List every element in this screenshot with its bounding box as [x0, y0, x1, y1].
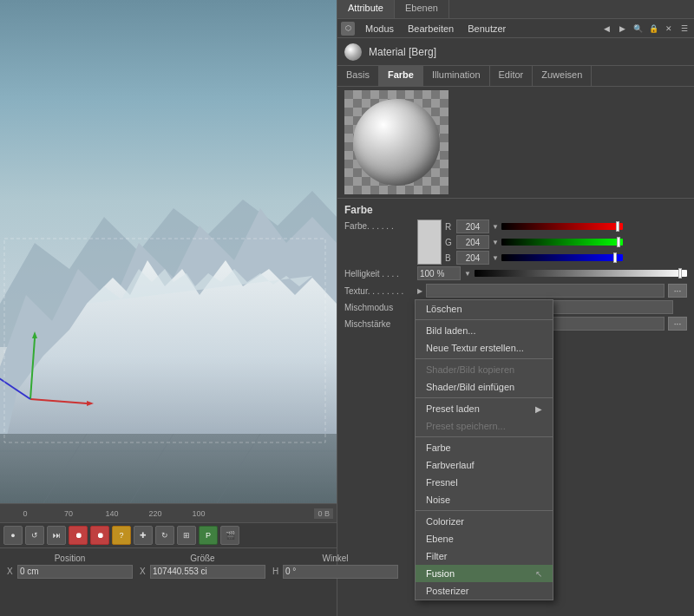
frame-counter: 0 B — [314, 508, 333, 519]
btn-help[interactable]: ? — [112, 526, 131, 545]
size-x-input[interactable] — [150, 565, 265, 579]
btn-film[interactable]: 🎬 — [220, 526, 239, 545]
g-arrow[interactable]: ▼ — [492, 239, 499, 246]
lock-icon[interactable]: 🔒 — [647, 23, 659, 35]
tab-attribute[interactable]: Attribute — [337, 0, 395, 18]
g-input[interactable] — [456, 235, 489, 249]
textur-field[interactable] — [426, 284, 665, 298]
farbe-label: Farbe. . . . . . — [344, 220, 414, 231]
winkel-h-input[interactable] — [283, 565, 398, 579]
channel-g-row: G ▼ — [445, 235, 623, 249]
ctx-sep-1 — [416, 319, 553, 320]
pos-x-label: X — [7, 567, 16, 576]
ctx-bild-laden[interactable]: Bild laden... — [416, 322, 553, 339]
position-field: X — [7, 565, 133, 579]
search-icon[interactable]: 🔍 — [632, 23, 644, 35]
helligkeit-label: Helligkeit . . . . — [344, 269, 414, 279]
sub-tab-zuweisen[interactable]: Zuweisen — [533, 66, 592, 86]
mischstarke-dots-btn[interactable]: ··· — [668, 317, 687, 331]
ctx-neue-textur[interactable]: Neue Textur erstellen... — [416, 339, 553, 357]
context-menu: Löschen Bild laden... Neue Textur erstel… — [415, 299, 553, 600]
helligkeit-input[interactable] — [417, 266, 461, 280]
ctx-colorizer[interactable]: Colorizer — [416, 513, 553, 530]
menu-bearbeiten[interactable]: Bearbeiten — [404, 22, 457, 36]
ctx-fusion[interactable]: Fusion ↖ — [416, 565, 553, 582]
btn-play[interactable]: P — [199, 526, 218, 545]
ctx-sep-3 — [416, 397, 553, 398]
close-icon[interactable]: ✕ — [663, 23, 675, 35]
mischstarke-label: Mischstärke — [344, 319, 414, 329]
ctx-loschen[interactable]: Löschen — [416, 300, 553, 318]
sub-tab-illumination[interactable]: Illumination — [423, 66, 490, 86]
textur-row: Textur. . . . . . . . ▶ ··· — [344, 284, 687, 298]
btn-rec2[interactable]: ⏺ — [90, 526, 109, 545]
b-input[interactable] — [456, 251, 489, 265]
pos-x-input[interactable] — [17, 565, 133, 579]
r-thumb — [616, 221, 619, 232]
ctx-ebene[interactable]: Ebene — [416, 530, 553, 547]
settings-icon[interactable]: ☰ — [678, 23, 691, 35]
btn-rotate[interactable]: ↻ — [155, 526, 174, 545]
nav-left-icon[interactable]: ◀ — [600, 23, 612, 35]
ctx-posterizer[interactable]: Posterizer — [416, 582, 553, 600]
sub-tab-farbe[interactable]: Farbe — [379, 66, 423, 86]
ctx-filter[interactable]: Filter — [416, 547, 553, 565]
helligkeit-slider[interactable] — [475, 270, 687, 277]
ruler-0: 0 — [3, 509, 47, 518]
btn-move[interactable]: ✚ — [134, 526, 153, 545]
g-slider[interactable] — [501, 239, 623, 246]
ctx-farbverlauf[interactable]: Farbverlauf — [416, 456, 553, 474]
material-sphere-icon — [344, 43, 362, 61]
tab-ebenen[interactable]: Ebenen — [395, 0, 449, 18]
mischmodus-label: Mischmodus — [344, 303, 414, 312]
btn-scale[interactable]: ⊞ — [177, 526, 196, 545]
ruler-140: 140 — [90, 509, 134, 518]
ctx-shader-einfugen[interactable]: Shader/Bild einfügen — [416, 378, 553, 396]
ctx-sep-5 — [416, 510, 553, 511]
color-swatch[interactable] — [417, 220, 442, 265]
sub-tab-basis[interactable]: Basis — [337, 66, 379, 86]
helligkeit-thumb — [678, 268, 682, 279]
textur-dots-btn[interactable]: ··· — [668, 284, 687, 298]
position-label: Position — [7, 554, 133, 563]
b-slider[interactable] — [501, 254, 623, 261]
winkel-h-label: H — [272, 567, 281, 576]
r-input[interactable] — [456, 220, 489, 233]
btn-stop[interactable]: ⏺ — [69, 526, 88, 545]
sub-tabs: Basis Farbe Illumination Editor Zuweisen — [337, 66, 694, 87]
menu-modus[interactable]: Modus — [362, 22, 397, 36]
grosse-label: Größe — [140, 554, 265, 563]
top-tab-bar: Attribute Ebenen — [337, 0, 694, 19]
winkel-label: Winkel — [272, 554, 398, 563]
grosse-group: Größe X — [136, 554, 269, 579]
viewport[interactable] — [0, 0, 337, 503]
b-arrow[interactable]: ▼ — [492, 254, 499, 262]
preview-sphere — [353, 99, 440, 186]
sub-tab-editor[interactable]: Editor — [490, 66, 534, 86]
ctx-preset-arrow: ▶ — [535, 404, 542, 414]
btn-record[interactable]: ● — [3, 526, 23, 545]
grosse-field: X — [140, 565, 265, 579]
channel-r-row: R ▼ — [445, 220, 623, 233]
btn-rewind[interactable]: ↺ — [25, 526, 44, 545]
mountain-svg — [0, 0, 337, 503]
ctx-fresnel[interactable]: Fresnel — [416, 474, 553, 491]
btn-skip-end[interactable]: ⏭ — [47, 526, 66, 545]
ctx-preset-laden[interactable]: Preset laden ▶ — [416, 400, 553, 417]
textur-arrow[interactable]: ▶ — [417, 287, 422, 295]
ruler-220: 220 — [134, 509, 177, 518]
menu-icons-right: ◀ ▶ 🔍 🔒 ✕ ☰ — [600, 23, 691, 35]
ctx-noise[interactable]: Noise — [416, 491, 553, 508]
winkel-field: H — [272, 565, 398, 579]
size-x-label: X — [140, 567, 148, 576]
material-name: Material [Berg] — [369, 46, 436, 58]
ruler-70: 70 — [47, 509, 90, 518]
r-arrow[interactable]: ▼ — [492, 223, 499, 231]
menu-benutzer[interactable]: Benutzer — [464, 22, 509, 36]
r-slider[interactable] — [501, 223, 623, 230]
r-label: R — [445, 222, 454, 232]
ctx-farbe[interactable]: Farbe — [416, 439, 553, 456]
nav-right-icon[interactable]: ▶ — [616, 23, 628, 35]
rgb-block — [417, 220, 442, 265]
timeline-area: 0 70 140 220 100 0 B ● ↺ ⏭ ⏺ ⏺ ? ✚ ↻ ⊞ P… — [0, 503, 337, 616]
